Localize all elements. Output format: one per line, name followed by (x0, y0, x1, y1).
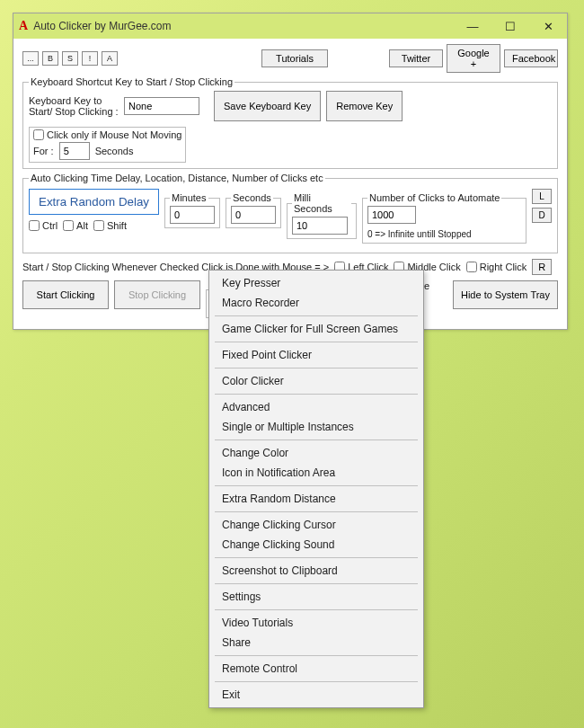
toolbar-btn-b[interactable]: B (42, 51, 58, 66)
click-only-if-label: Click only if Mouse Not Moving (47, 129, 181, 140)
facebook-button[interactable]: Facebook (504, 49, 558, 67)
menu-item[interactable]: Share (209, 633, 423, 653)
milli-input[interactable] (292, 217, 348, 235)
menu-item[interactable]: Advanced (209, 397, 423, 417)
menu-separator (215, 655, 418, 656)
menu-separator (215, 609, 418, 610)
menu-separator (215, 557, 418, 558)
for-seconds-input[interactable] (59, 142, 90, 160)
tutorials-button[interactable]: Tutorials (261, 49, 328, 67)
stop-clicking-button[interactable]: Stop Clicking (114, 280, 200, 309)
right-click-checkbox[interactable] (466, 262, 477, 272)
toolbar-btn-s[interactable]: S (62, 51, 78, 66)
keyboard-shortcut-group: Keyboard Shortcut Key to Start / Stop Cl… (22, 76, 558, 169)
minimize-button[interactable]: — (454, 13, 491, 39)
menu-item[interactable]: Screenshot to Clipboard (209, 561, 423, 581)
timing-legend: Auto Clicking Time Delay, Location, Dist… (29, 173, 325, 183)
toolbar-btn-a[interactable]: A (102, 51, 118, 66)
menu-item[interactable]: Macro Recorder (209, 293, 423, 313)
menu-separator (215, 439, 418, 440)
menu-separator (215, 368, 418, 368)
menu-item[interactable]: Icon in Notification Area (209, 463, 423, 483)
shift-checkbox[interactable] (93, 220, 104, 231)
menu-separator (215, 342, 418, 342)
seconds-input[interactable] (231, 206, 276, 224)
extra-random-delay-button[interactable]: Extra Random Delay (29, 189, 159, 215)
menu-item[interactable]: Single or Multiple Instances (209, 417, 423, 437)
google-button[interactable]: Google + (447, 44, 500, 73)
minutes-input[interactable] (170, 206, 215, 224)
menu-item[interactable]: Video Tutorials (209, 613, 423, 633)
alt-checkbox[interactable] (63, 220, 74, 231)
timing-group: Auto Clicking Time Delay, Location, Dist… (22, 173, 558, 253)
menu-separator (215, 315, 418, 316)
toolbar-btn-bang[interactable]: ! (82, 51, 98, 66)
num-clicks-input[interactable] (367, 206, 416, 224)
menu-item[interactable]: Change Clicking Sound (209, 535, 423, 555)
ctrl-checkbox[interactable] (29, 220, 40, 231)
menu-separator (215, 511, 418, 512)
seconds-suffix-label: Seconds (95, 146, 134, 156)
l-button[interactable]: L (532, 189, 552, 204)
menu-item[interactable]: Fixed Point Clicker (209, 345, 423, 365)
window-title: Auto Clicker by MurGee.com (33, 20, 454, 32)
save-key-button[interactable]: Save Keyboard Key (214, 91, 321, 121)
menu-separator (215, 485, 418, 486)
app-icon: A (19, 19, 28, 33)
keyboard-shortcut-legend: Keyboard Shortcut Key to Start / Stop Cl… (29, 76, 234, 87)
context-menu: Key PresserMacro RecorderGame Clicker fo… (208, 270, 424, 708)
menu-separator (215, 583, 418, 584)
infinite-hint-label: 0 => Infinite untill Stopped (367, 229, 472, 239)
d-button[interactable]: D (532, 208, 552, 223)
for-label: For : (33, 146, 54, 156)
click-only-if-not-moving-checkbox[interactable] (33, 129, 44, 140)
menu-item[interactable]: Remote Control (209, 659, 423, 679)
close-button[interactable]: ✕ (529, 13, 567, 39)
hide-to-tray-button[interactable]: Hide to System Tray (453, 280, 558, 309)
menu-item[interactable]: Game Clicker for Full Screen Games (209, 319, 423, 339)
menu-item[interactable]: Extra Random Distance (209, 489, 423, 509)
maximize-button[interactable]: ☐ (491, 13, 529, 39)
toolbar-btn-more[interactable]: ... (22, 51, 39, 66)
remove-key-button[interactable]: Remove Key (326, 91, 403, 121)
menu-separator (215, 681, 418, 682)
r-button[interactable]: R (532, 259, 552, 275)
menu-item[interactable]: Key Presser (209, 273, 423, 293)
menu-item[interactable]: Settings (209, 587, 423, 607)
menu-item[interactable]: Exit (209, 685, 423, 705)
title-bar[interactable]: A Auto Clicker by MurGee.com — ☐ ✕ (13, 13, 567, 39)
shortcut-key-input[interactable] (124, 97, 199, 115)
shortcut-key-label: Keyboard Key to Start/ Stop Clicking : (29, 95, 119, 117)
twitter-button[interactable]: Twitter (389, 49, 443, 67)
menu-item[interactable]: Change Color (209, 443, 423, 463)
menu-item[interactable]: Color Clicker (209, 371, 423, 391)
menu-separator (215, 394, 418, 395)
menu-item[interactable]: Change Clicking Cursor (209, 515, 423, 535)
start-clicking-button[interactable]: Start Clicking (22, 280, 109, 309)
